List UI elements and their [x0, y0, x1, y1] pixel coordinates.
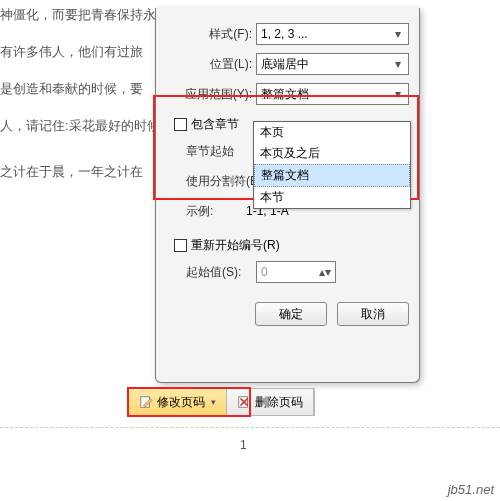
footer-toolbar: 修改页码 ▾ 删除页码	[128, 388, 315, 416]
label-restart: 重新开始编号(R)	[191, 237, 280, 254]
combo-scope[interactable]: 整篇文档 ▾	[256, 83, 409, 105]
page-number: 1	[240, 438, 247, 452]
spinner-start-at[interactable]: 0 ▴▾	[256, 261, 336, 283]
page-delete-icon	[237, 395, 251, 409]
chevron-down-icon: ▾	[390, 87, 406, 101]
combo-scope-value: 整篇文档	[261, 86, 309, 103]
modify-page-number-button[interactable]: 修改页码 ▾	[129, 389, 227, 415]
checkbox-restart[interactable]: 重新开始编号(R)	[174, 237, 409, 254]
start-at-value: 0	[261, 265, 268, 279]
label-start-at: 起始值(S):	[186, 264, 256, 281]
spinner-icon: ▴▾	[317, 265, 333, 279]
delete-label: 删除页码	[255, 394, 303, 411]
label-include-chapter: 包含章节	[191, 116, 239, 133]
dropdown-item-this-page-after[interactable]: 本页及之后	[254, 143, 410, 164]
bg-text-3: 是创造和奉献的时候，要	[0, 80, 143, 98]
chevron-down-icon: ▾	[390, 27, 406, 41]
bg-text-4: 人，请记住:采花最好的时候	[0, 117, 160, 135]
bg-text-2: 有许多伟人，他们有过旅	[0, 43, 143, 61]
checkbox-box-icon	[174, 239, 187, 252]
combo-format[interactable]: 1, 2, 3 ... ▾	[256, 23, 409, 45]
page-edit-icon	[139, 395, 153, 409]
bg-text-5: 之计在于晨，一年之计在	[0, 163, 143, 181]
ok-button[interactable]: 确定	[255, 302, 327, 326]
combo-position-value: 底端居中	[261, 56, 309, 73]
page-break-line	[0, 427, 500, 428]
label-chapter-start: 章节起始	[186, 143, 256, 160]
label-format: 样式(F):	[166, 26, 256, 43]
modify-label: 修改页码	[157, 394, 205, 411]
combo-position[interactable]: 底端居中 ▾	[256, 53, 409, 75]
combo-format-value: 1, 2, 3 ...	[261, 27, 308, 41]
label-scope: 应用范围(Y):	[166, 86, 256, 103]
chevron-down-icon: ▾	[390, 57, 406, 71]
dropdown-item-this-page[interactable]: 本页	[254, 122, 410, 143]
chevron-down-icon: ▾	[211, 397, 216, 407]
dropdown-item-this-section[interactable]: 本节	[254, 187, 410, 208]
checkbox-box-icon	[174, 118, 187, 131]
dropdown-item-whole-doc[interactable]: 整篇文档	[254, 164, 410, 187]
delete-page-number-button[interactable]: 删除页码	[227, 389, 314, 415]
cancel-button[interactable]: 取消	[337, 302, 409, 326]
scope-dropdown: 本页 本页及之后 整篇文档 本节	[253, 121, 411, 209]
label-example: 示例:	[186, 203, 246, 220]
watermark: jb51.net	[448, 482, 494, 497]
label-position: 位置(L):	[166, 56, 256, 73]
